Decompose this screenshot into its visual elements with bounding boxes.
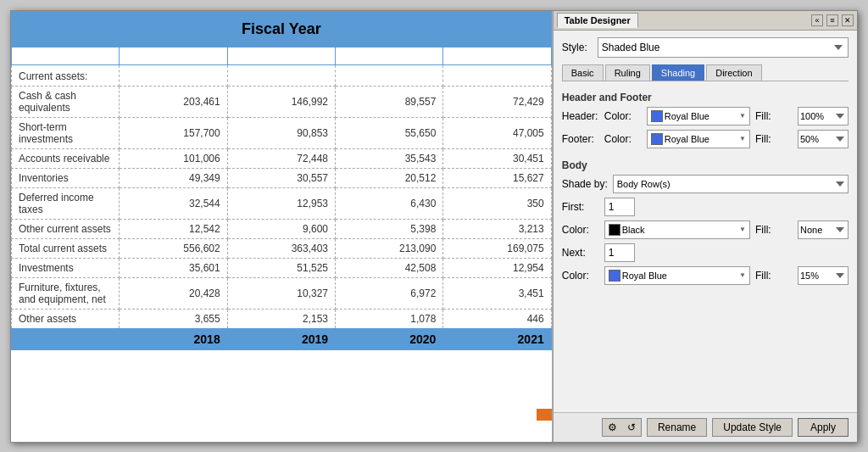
footer-field-row: Footer: Color: Royal Blue ▼ Fill: 50%	[562, 130, 849, 148]
row-cell: 20,428	[120, 277, 227, 309]
row-cell: 169,075	[443, 238, 551, 258]
row-cell: 90,853	[227, 117, 335, 148]
row-cell: 3,213	[443, 219, 551, 238]
row-cell: 42,508	[336, 258, 443, 277]
row-cell: 30,451	[443, 148, 551, 168]
row-cell: 3,655	[120, 309, 227, 328]
first-color-dropdown-arrow: ▼	[739, 226, 746, 233]
first-fill-label: Fill:	[755, 224, 793, 236]
footer-2020: 2020	[336, 328, 443, 349]
right-arrow-icon	[537, 402, 553, 427]
row-cell	[120, 64, 227, 86]
body-title: Body	[562, 159, 849, 171]
panel-body: Style: Shaded Blue Basic Ruling Shading …	[554, 31, 857, 412]
table-row: Inventories49,34930,55720,51215,627	[12, 168, 552, 187]
gear-group: ⚙ ↺	[602, 418, 642, 437]
header-footer-title: Header and Footer	[562, 92, 849, 103]
row-cell: 55,650	[336, 117, 443, 148]
tab-ruling[interactable]: Ruling	[605, 64, 650, 81]
first-color-select[interactable]: Black	[622, 225, 737, 235]
row-cell	[227, 64, 335, 86]
row-label: Accounts receivable	[12, 148, 120, 168]
row-cell: 363,403	[227, 238, 335, 258]
footer-label-text: Footer:	[562, 133, 599, 145]
row-cell: 1,078	[336, 309, 443, 328]
footer-label	[12, 328, 120, 349]
row-cell: 3,451	[443, 277, 551, 309]
next-row: Next:	[562, 243, 849, 262]
rename-button[interactable]: Rename	[647, 418, 707, 437]
header-color-label: Color:	[604, 110, 642, 122]
refresh-button[interactable]: ↺	[622, 419, 641, 436]
footer-color-swatch	[651, 133, 663, 145]
table-section: Fiscal Year Current assets:Cash & cash e…	[11, 11, 553, 442]
gear-button[interactable]: ⚙	[603, 419, 622, 436]
tab-shading[interactable]: Shading	[652, 64, 704, 81]
footer-color-label: Color:	[604, 133, 642, 145]
header-color-select[interactable]: Royal Blue	[665, 111, 737, 121]
shade-by-row: Shade by: Body Row(s)	[562, 175, 849, 193]
first-color-row: Color: Black ▼ Fill: None	[562, 220, 849, 239]
header-fill-label: Fill:	[755, 110, 793, 122]
table-row: Investments35,60151,52542,50812,954	[12, 258, 552, 277]
row-cell: 157,700	[120, 117, 227, 148]
fiscal-table: Fiscal Year Current assets:Cash & cash e…	[11, 11, 552, 350]
row-cell: 350	[443, 187, 551, 219]
next-fill-label: Fill:	[755, 270, 793, 282]
row-label: Total current assets	[12, 238, 120, 258]
row-label: Investments	[12, 258, 120, 277]
row-cell: 51,525	[227, 258, 335, 277]
first-row: First:	[562, 198, 849, 216]
collapse-button[interactable]: «	[811, 14, 823, 26]
footer-2021: 2021	[443, 328, 551, 349]
table-row: Total current assets556,602363,403213,09…	[12, 238, 552, 258]
next-input[interactable]	[604, 243, 635, 262]
row-cell: 10,327	[227, 277, 335, 309]
header-fill-select[interactable]: 100%	[798, 107, 849, 126]
shade-by-select[interactable]: Body Row(s)	[613, 175, 849, 193]
next-color-swatch	[609, 270, 620, 282]
row-cell: 12,953	[227, 187, 335, 219]
style-select[interactable]: Shaded Blue	[598, 37, 849, 58]
footer-color-select[interactable]: Royal Blue	[665, 134, 737, 144]
row-label: Deferred income taxes	[12, 187, 120, 219]
next-fill-select[interactable]: 15%	[798, 266, 849, 285]
table-designer-panel: Table Designer « ≡ ✕ Style: Shaded Blue …	[553, 11, 857, 442]
row-cell: 6,430	[336, 187, 443, 219]
row-cell: 30,557	[227, 168, 335, 187]
update-style-button[interactable]: Update Style	[712, 418, 793, 437]
table-row: Furniture, fixtures, and equipment, net2…	[12, 277, 552, 309]
header-color-dropdown-arrow: ▼	[739, 112, 746, 120]
footer-fill-select[interactable]: 50%	[798, 130, 849, 148]
row-cell: 72,448	[227, 148, 335, 168]
panel-title-tab: Table Designer	[557, 13, 638, 28]
next-color-label: Color:	[562, 270, 599, 282]
shade-by-label: Shade by:	[562, 178, 608, 190]
close-button[interactable]: ✕	[842, 14, 854, 26]
row-label: Cash & cash equivalents	[12, 86, 120, 117]
style-row: Style: Shaded Blue	[562, 37, 849, 58]
row-cell: 213,090	[336, 238, 443, 258]
tab-direction[interactable]: Direction	[706, 64, 761, 81]
style-label: Style:	[562, 42, 593, 53]
row-label: Inventories	[12, 168, 120, 187]
tab-basic[interactable]: Basic	[562, 64, 604, 81]
fiscal-year-title: Fiscal Year	[242, 20, 321, 37]
row-label: Short-term investments	[12, 117, 120, 148]
next-color-dropdown-arrow: ▼	[739, 271, 746, 279]
row-cell: 15,627	[443, 168, 551, 187]
row-cell: 203,461	[120, 86, 227, 117]
first-input[interactable]	[604, 198, 635, 216]
menu-button[interactable]: ≡	[826, 14, 838, 26]
first-fill-select[interactable]: None	[798, 220, 849, 239]
row-label: Other assets	[12, 309, 120, 328]
footer-fill-label: Fill:	[755, 133, 793, 145]
next-label: Next:	[562, 247, 599, 259]
table-header: Fiscal Year	[12, 11, 552, 47]
panel-titlebar: Table Designer « ≡ ✕	[554, 11, 857, 31]
table-row: Short-term investments157,70090,85355,65…	[12, 117, 552, 148]
row-label: Other current assets	[12, 219, 120, 238]
apply-button[interactable]: Apply	[798, 418, 849, 437]
table-footer-row: 2018 2019 2020 2021	[12, 328, 552, 349]
next-color-select[interactable]: Royal Blue	[622, 271, 737, 281]
